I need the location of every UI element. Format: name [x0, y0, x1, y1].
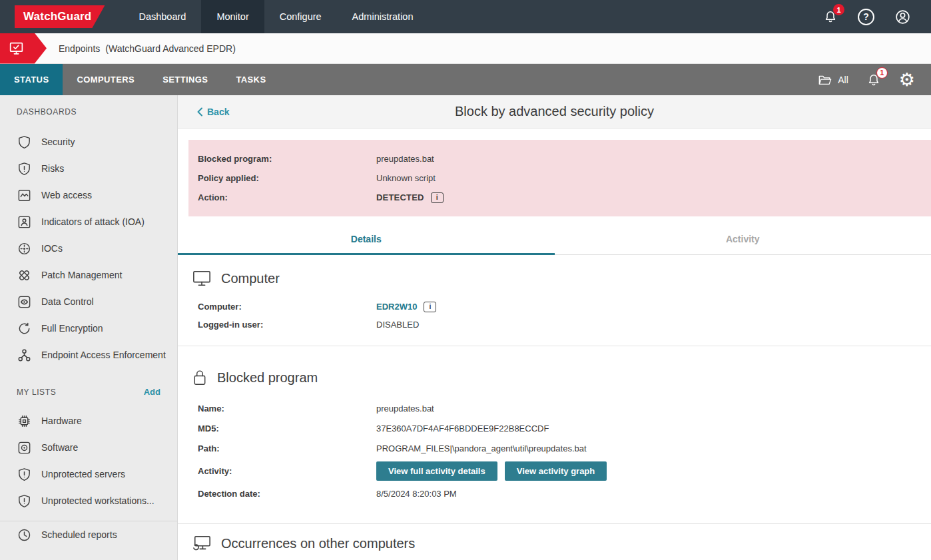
- sidebar-item-label: Full Encryption: [41, 323, 103, 334]
- sidebar-item-full-encryption[interactable]: Full Encryption: [0, 315, 177, 342]
- tab-status[interactable]: STATUS: [0, 64, 63, 95]
- sidebar-item-endpoint-access-enforcement[interactable]: Endpoint Access Enforcement: [0, 342, 177, 368]
- tab-tasks[interactable]: TASKS: [222, 64, 280, 95]
- computer-link[interactable]: EDR2W10: [376, 302, 417, 312]
- brand-name: WatchGuard: [23, 10, 91, 23]
- sidebar-item-security[interactable]: Security: [0, 129, 177, 155]
- scope-selector[interactable]: All: [818, 73, 848, 87]
- breadcrumb-bar: Endpoints (WatchGuard Advanced EPDR): [0, 33, 931, 64]
- monitor-icon: [192, 269, 212, 288]
- detection-alert: Blocked program: preupdates.bat Policy a…: [188, 140, 931, 216]
- sidebar-item-web-access[interactable]: Web access: [0, 182, 177, 208]
- breadcrumb-product: (WatchGuard Advanced EPDR): [105, 43, 236, 54]
- sidebar-item-unprotected-workstations[interactable]: Unprotected workstations...: [0, 487, 177, 514]
- sidebar-item-label: Scheduled reports: [41, 529, 117, 540]
- watchguard-logo[interactable]: WatchGuard: [0, 0, 105, 33]
- target-icon: [17, 241, 32, 256]
- tab-settings[interactable]: SETTINGS: [149, 64, 222, 95]
- sidebar-item-scheduled-reports[interactable]: Scheduled reports: [0, 521, 177, 548]
- back-label: Back: [207, 107, 229, 117]
- sidebar-item-ioa[interactable]: Indicators of attack (IOA): [0, 208, 177, 235]
- sidebar-item-label: Risks: [41, 163, 64, 174]
- sub-nav-actions: All 1 ⚙: [818, 64, 931, 95]
- field-label: Policy applied:: [198, 173, 376, 183]
- info-icon[interactable]: i: [424, 302, 436, 312]
- view-full-activity-details-button[interactable]: View full activity details: [376, 461, 497, 481]
- nav-item-dashboard[interactable]: Dashboard: [123, 0, 201, 33]
- attacker-person-icon: [17, 214, 32, 230]
- dashboards-heading: DASHBOARDS: [0, 95, 177, 129]
- main-panel: Back Block by advanced security policy B…: [178, 95, 931, 560]
- field-label: Blocked program:: [198, 154, 376, 164]
- blocked-program-heading: Blocked program: [178, 368, 931, 388]
- computer-section-heading: Computer: [178, 268, 931, 288]
- sidebar-item-label: Patch Management: [41, 270, 122, 280]
- endpoints-product-icon: [0, 33, 47, 64]
- occurrences-section: Occurrences on other computers: [178, 533, 931, 553]
- field-label: Logged-in user:: [198, 320, 376, 330]
- help-button[interactable]: ?: [858, 9, 874, 25]
- field-label: Action:: [198, 192, 376, 202]
- sidebar-item-patch-management[interactable]: Patch Management: [0, 262, 177, 288]
- sidebar-item-data-control[interactable]: Data Control: [0, 288, 177, 315]
- field-label: Name:: [198, 404, 376, 414]
- add-list-link[interactable]: Add: [144, 387, 160, 397]
- shield-slash-icon: [17, 493, 32, 509]
- sidebar-item-unprotected-servers[interactable]: Unprotected servers: [0, 461, 177, 487]
- nav-item-configure[interactable]: Configure: [264, 0, 337, 33]
- back-button[interactable]: Back: [196, 107, 229, 117]
- tab-activity[interactable]: Activity: [555, 224, 931, 254]
- nav-item-monitor[interactable]: Monitor: [201, 0, 264, 33]
- account-button[interactable]: [894, 9, 911, 25]
- sidebar-item-label: Unprotected servers: [41, 469, 125, 479]
- sidebar-item-label: Security: [41, 137, 75, 147]
- view-activity-graph-button[interactable]: View activity graph: [505, 461, 607, 481]
- field-label: Activity:: [198, 466, 376, 476]
- subnav-notification-badge: 1: [876, 67, 888, 79]
- sub-nav: STATUS COMPUTERS SETTINGS TASKS All 1 ⚙: [0, 64, 931, 95]
- md5-row: MD5: 37E360A7DF4AF4F6BDDEE9F22B8ECCDF: [178, 418, 931, 438]
- section-title: Blocked program: [217, 370, 318, 386]
- sidebar-item-software[interactable]: Software: [0, 434, 177, 461]
- settings-gear-button[interactable]: ⚙: [899, 71, 915, 89]
- sidebar-item-label: Web access: [41, 190, 92, 200]
- computer-section: Computer Computer: EDR2W10 i Logged-in u…: [178, 268, 931, 346]
- blocked-program-section: Blocked program Name: preupdates.bat MD5…: [178, 368, 931, 523]
- activity-row: Activity: View full activity details Vie…: [178, 458, 931, 483]
- watchguard-logo-flag: WatchGuard: [15, 5, 105, 28]
- data-eye-icon: [17, 294, 32, 310]
- info-icon[interactable]: i: [431, 192, 444, 203]
- field-label: Detection date:: [198, 489, 376, 499]
- field-label: Path:: [198, 443, 376, 453]
- shield-slash-icon: [17, 467, 32, 482]
- chip-icon: [17, 414, 32, 429]
- subnav-notifications-button[interactable]: 1: [866, 73, 881, 87]
- sidebar-item-risks[interactable]: Risks: [0, 155, 177, 182]
- detection-date-row: Detection date: 8/5/2024 8:20:03 PM: [178, 483, 931, 503]
- tab-computers[interactable]: COMPUTERS: [63, 64, 149, 95]
- monitor-check-icon: [8, 40, 25, 57]
- question-mark-icon: ?: [863, 11, 869, 22]
- sidebar-item-hardware[interactable]: Hardware: [0, 408, 177, 434]
- field-value: preupdates.bat: [376, 404, 434, 414]
- path-row: Path: PROGRAM_FILES|\pandora_agent\util\…: [178, 438, 931, 458]
- field-value: 37E360A7DF4AF4F6BDDEE9F22B8ECCDF: [376, 423, 549, 433]
- sidebar-item-iocs[interactable]: IOCs: [0, 235, 177, 262]
- computers-icon: [192, 534, 212, 553]
- encryption-cycle-icon: [17, 321, 32, 336]
- section-divider: [178, 346, 931, 346]
- notifications-button[interactable]: 1: [823, 9, 838, 24]
- clock-icon: [17, 527, 32, 543]
- occurrences-heading: Occurrences on other computers: [178, 533, 931, 553]
- name-row: Name: preupdates.bat: [178, 398, 931, 418]
- notification-badge: 1: [833, 4, 844, 15]
- shield-icon: [17, 135, 32, 150]
- sidebar: DASHBOARDS Security Risks: [0, 95, 178, 560]
- scope-label: All: [838, 75, 848, 85]
- sidebar-item-label: Software: [41, 442, 78, 453]
- nav-item-administration[interactable]: Administration: [337, 0, 429, 33]
- activity-chart-icon: [17, 188, 32, 203]
- tab-details[interactable]: Details: [178, 224, 555, 254]
- risk-alert-icon: [17, 161, 32, 176]
- breadcrumb-section: Endpoints: [59, 43, 100, 54]
